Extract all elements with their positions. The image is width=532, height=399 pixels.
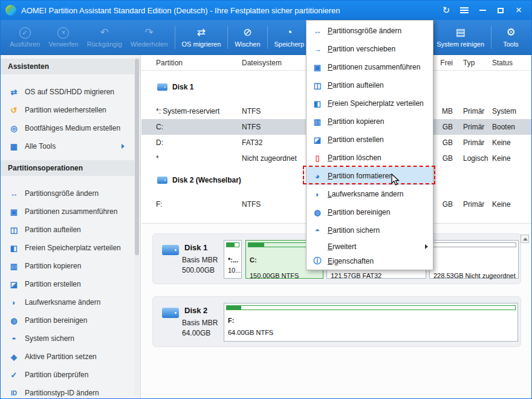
wipe-disk-icon: ⊘ (243, 27, 251, 39)
disk-bus-type: Basis MBR (182, 256, 218, 264)
menu-item-properties[interactable]: ⓘ Eigenschaften (307, 254, 433, 268)
partition-block-system-reserved[interactable]: *:... 10... (224, 240, 242, 279)
menu-item-label: Partition sichern (328, 226, 380, 235)
main-menu-button[interactable] (455, 1, 473, 19)
toolbar-separator (267, 26, 268, 49)
menu-item-move-partition[interactable]: → Partition verschieben (307, 40, 433, 58)
sidebar-item-label: Partitionsgröße ändern (25, 189, 99, 198)
bootable-media-icon: ◎ (9, 124, 19, 133)
chevron-right-icon (122, 144, 125, 149)
system-clean-button[interactable]: ▤ System reinigen (432, 25, 488, 50)
sidebar-item-allocate-free-space[interactable]: ◧ Freien Speicherplatz verteilen (1, 239, 140, 257)
sidebar-item-label: Partition kopieren (25, 262, 81, 270)
menu-item-label: Partition löschen (328, 154, 381, 162)
sidebar-item-merge-partitions[interactable]: ▣ Partitionen zusammenführen (1, 203, 140, 221)
menu-item-change-label[interactable]: ◗ Laufwerksname ändern (307, 185, 433, 203)
sidebar-item-restore-partition[interactable]: ↺ Partition wiederherstellen (1, 101, 140, 119)
menu-item-advanced[interactable]: Erweitert (307, 239, 433, 254)
usage-fill (227, 243, 235, 247)
menu-item-label: Laufwerksname ändern (328, 190, 403, 198)
info-icon: ⓘ (313, 256, 322, 267)
sidebar-item-change-type-id[interactable]: ID Partitionstyp-ID ändern (1, 384, 140, 398)
sidebar-item-system-backup[interactable]: ◓ System sichern (1, 329, 140, 348)
discard-x-icon: × (57, 27, 69, 39)
move-icon: → (313, 45, 322, 54)
merge-partitions-icon: ▣ (9, 207, 19, 216)
minimize-button[interactable] (473, 1, 491, 19)
system-clean-icon: ▤ (456, 27, 465, 39)
type-cell: Logisch (463, 154, 492, 163)
menu-item-merge-partitions[interactable]: ▣ Partitionen zusammenführen (307, 58, 433, 76)
sidebar-item-set-active[interactable]: ◈ Aktive Partition setzen (1, 348, 140, 366)
sidebar-item-label: System sichern (25, 334, 74, 343)
sidebar-item-copy-partition[interactable]: ▥ Partition kopieren (1, 257, 140, 275)
menu-item-label: Partition verschieben (328, 45, 395, 53)
sidebar-item-resize-partition[interactable]: ↔ Partitionsgröße ändern (1, 184, 140, 203)
tools-button[interactable]: ⚙ Tools (494, 25, 528, 50)
split-icon: ◫ (313, 81, 322, 90)
disk-drive-icon (162, 308, 179, 318)
analyze-space-button[interactable]: ◔ Speicherp (270, 25, 309, 50)
col-partition[interactable]: Partition (141, 59, 242, 67)
app-logo-icon (5, 5, 16, 16)
apply-button[interactable]: ✓ Ausführen (5, 25, 44, 50)
close-icon: × (516, 4, 522, 16)
col-status[interactable]: Status (492, 59, 531, 67)
menu-item-resize-partition[interactable]: ↔ Partitionsgröße ändern (307, 22, 433, 40)
menu-item-create-partition[interactable]: ◪ Partition erstellen (307, 131, 433, 149)
toolbar: ✓ Ausführen × Verwerfen ↶ Rückgängig ↷ W… (1, 20, 532, 55)
col-type[interactable]: Typ (463, 59, 492, 67)
disk-icon (157, 177, 167, 184)
undo-button[interactable]: ↶ Rückgängig (83, 25, 126, 50)
scrollbar-thumb[interactable] (135, 59, 139, 255)
window-title: AOMEI Partition Assistant Standard Editi… (21, 6, 340, 15)
partition-cell: F: (141, 200, 242, 209)
sidebar-item-wipe-partition[interactable]: ◍ Partition bereinigen (1, 311, 140, 329)
submenu-arrow-icon (425, 244, 428, 249)
scroll-up-button[interactable] (521, 235, 529, 243)
sidebar-section-partitionsoperationen: Partitionsoperationen (1, 160, 140, 176)
menu-item-label: Erweitert (328, 242, 356, 251)
partition-cell: *: System-reserviert (141, 107, 242, 115)
sidebar-item-bootable-media[interactable]: ◎ Bootfähiges Medium erstellen (1, 119, 140, 137)
refresh-button[interactable]: ↻ (437, 1, 455, 19)
usage-fill (227, 306, 241, 310)
title-bar: AOMEI Partition Assistant Standard Editi… (1, 1, 532, 20)
sidebar-item-label: Freien Speicherplatz verteilen (25, 244, 121, 252)
menu-item-allocate-free-space[interactable]: ◧ Freien Speicherplatz verteilen (307, 94, 433, 112)
sidebar-item-label: Partition bereinigen (25, 316, 87, 325)
sidebar-item-check-partition[interactable]: ✓ Partition überprüfen (1, 366, 140, 384)
menu-item-label: Partition erstellen (328, 135, 384, 144)
wipe-button[interactable]: ⊘ Wischen (230, 25, 264, 50)
discard-label: Verwerfen (48, 41, 79, 48)
sidebar-item-all-tools[interactable]: ▦ Alle Tools (1, 137, 140, 155)
type-cell: Primär (463, 138, 492, 147)
partition-block-f[interactable]: F: 64.00GB NTFS (224, 303, 518, 342)
partition-cell: D: (141, 138, 242, 147)
hamburger-icon (460, 10, 469, 11)
discard-button[interactable]: × Verwerfen (44, 25, 83, 50)
sidebar-item-create-partition[interactable]: ◪ Partition erstellen (1, 275, 140, 293)
menu-item-delete-partition[interactable]: ▯ Partition löschen (307, 149, 433, 167)
sidebar-item-migrate-os[interactable]: ⇄ OS auf SSD/HDD migrieren (1, 83, 140, 101)
block-label: F: (228, 317, 234, 324)
sidebar-scrollbar[interactable] (134, 57, 140, 396)
toolbar-separator (175, 26, 175, 49)
partition-block-unallocated[interactable]: 228.53GB Nicht zugeordnet (429, 240, 519, 279)
sidebar-item-split-partition[interactable]: ◫ Partition aufteilen (1, 221, 140, 239)
status-cell: Keine (492, 154, 531, 163)
menu-item-split-partition[interactable]: ◫ Partition aufteilen (307, 76, 433, 94)
sidebar-item-change-label[interactable]: ◗ Laufwerksname ändern (1, 293, 140, 311)
migrate-os-button[interactable]: ⇄ OS migrieren (178, 25, 225, 50)
maximize-button[interactable] (491, 1, 510, 19)
wipe-label: Wischen (235, 41, 260, 48)
close-button[interactable]: × (510, 1, 528, 19)
migrate-os-icon: ⇄ (197, 27, 206, 39)
migrate-os-label: OS migrieren (182, 41, 221, 48)
status-cell: Booten (492, 123, 531, 131)
redo-button[interactable]: ↷ Wiederholen (126, 25, 172, 50)
menu-item-backup-partition[interactable]: ◓ Partition sichern (307, 221, 433, 239)
menu-item-copy-partition[interactable]: ▥ Partition kopieren (307, 112, 433, 131)
menu-item-wipe-partition[interactable]: ◍ Partition bereinigen (307, 203, 433, 221)
disk-drive-icon (162, 245, 179, 255)
